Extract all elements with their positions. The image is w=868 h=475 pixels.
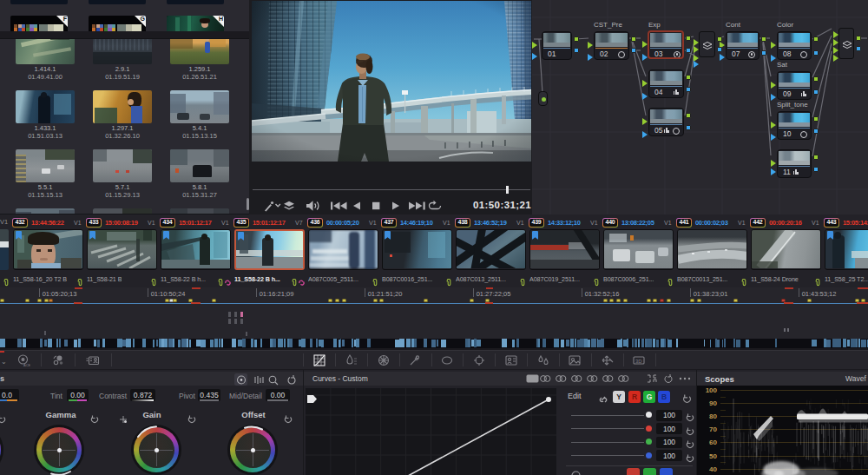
svg-text:ACE: ACE (23, 363, 30, 367)
svg-text:3D: 3D (635, 359, 642, 364)
